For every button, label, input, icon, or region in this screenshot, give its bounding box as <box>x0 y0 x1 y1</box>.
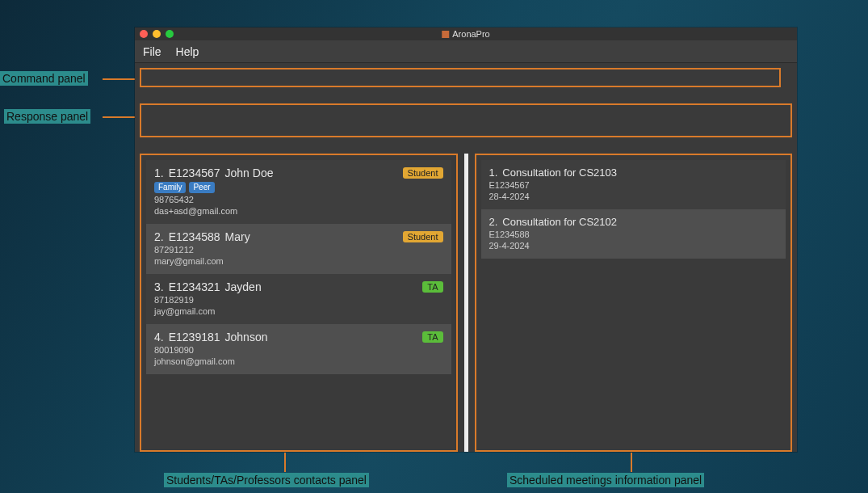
app-window: AronaPro File Help 1.E1234567John DoeStu… <box>135 27 797 452</box>
meeting-id: E1234567 <box>489 180 778 190</box>
menu-help[interactable]: Help <box>176 45 199 58</box>
annotation-line <box>103 78 138 80</box>
contact-tags: FamilyPeer <box>154 182 443 193</box>
contact-id: E1234321 <box>169 280 220 293</box>
contact-phone: 87182919 <box>154 295 443 305</box>
meetings-list: 1.Consultation for CS2103E123456728-4-20… <box>476 155 791 263</box>
annotation-meetings-panel: Scheduled meetings information panel <box>507 473 704 487</box>
menu-file[interactable]: File <box>143 45 161 58</box>
contact-name: John Doe <box>225 166 274 179</box>
app-icon <box>442 31 449 38</box>
contact-email: jay@gmail.com <box>154 306 443 316</box>
annotation-command-panel: Command panel <box>0 71 88 86</box>
tag: Family <box>154 182 186 193</box>
menubar: File Help <box>135 40 797 63</box>
meeting-index: 1. <box>489 166 498 179</box>
contact-row[interactable]: 2.E1234588MaryStudent87291212mary@gmail.… <box>146 224 451 274</box>
contact-row[interactable]: 1.E1234567John DoeStudentFamilyPeer98765… <box>146 160 451 224</box>
window-title-text: AronaPro <box>452 29 489 39</box>
meeting-row[interactable]: 1.Consultation for CS2103E123456728-4-20… <box>481 160 786 209</box>
role-badge: Student <box>403 167 443 179</box>
main-split: 1.E1234567John DoeStudentFamilyPeer98765… <box>140 154 792 452</box>
contact-head: 3.E1234321JaydenTA <box>154 280 443 293</box>
annotation-line <box>284 453 286 472</box>
titlebar: AronaPro <box>135 27 797 40</box>
contact-index: 2. <box>154 230 164 243</box>
contact-phone: 87291212 <box>154 245 443 255</box>
contact-email: johnson@gmail.com <box>154 356 443 366</box>
annotation-line <box>631 453 632 472</box>
window-controls <box>140 30 174 38</box>
contact-name: Mary <box>225 230 250 243</box>
contact-phone: 80019090 <box>154 345 443 355</box>
meeting-index: 2. <box>489 216 498 228</box>
contact-index: 3. <box>154 280 164 293</box>
role-badge: Student <box>403 231 443 242</box>
contact-id: E1239181 <box>169 331 220 343</box>
meeting-head: 1.Consultation for CS2103 <box>489 166 778 179</box>
contacts-panel: 1.E1234567John DoeStudentFamilyPeer98765… <box>140 154 458 452</box>
window-title: AronaPro <box>442 29 489 39</box>
contacts-list: 1.E1234567John DoeStudentFamilyPeer98765… <box>141 155 456 379</box>
top-panels <box>135 63 797 137</box>
close-icon[interactable] <box>140 30 148 38</box>
role-badge: TA <box>422 331 442 343</box>
contact-phone: 98765432 <box>154 195 443 204</box>
tag: Peer <box>189 182 214 193</box>
split-divider[interactable] <box>464 154 468 452</box>
annotation-line <box>103 116 138 118</box>
contact-index: 4. <box>154 331 164 343</box>
meeting-date: 29-4-2024 <box>489 241 778 251</box>
meeting-title: Consultation for CS2102 <box>502 216 617 228</box>
command-input[interactable] <box>140 68 781 87</box>
meeting-title: Consultation for CS2103 <box>502 166 617 179</box>
response-output <box>140 103 792 137</box>
contact-row[interactable]: 4.E1239181JohnsonTA80019090johnson@gmail… <box>146 324 451 374</box>
annotation-response-panel: Response panel <box>4 109 90 124</box>
contact-id: E1234588 <box>169 230 220 243</box>
contact-head: 4.E1239181JohnsonTA <box>154 331 443 343</box>
meeting-date: 28-4-2024 <box>489 192 778 201</box>
meeting-head: 2.Consultation for CS2102 <box>489 216 778 228</box>
contact-index: 1. <box>154 166 164 179</box>
contact-head: 2.E1234588MaryStudent <box>154 230 443 243</box>
contact-id: E1234567 <box>169 166 220 179</box>
meeting-row[interactable]: 2.Consultation for CS2102E123458829-4-20… <box>481 209 786 259</box>
contact-name: Jayden <box>225 280 262 293</box>
contact-row[interactable]: 3.E1234321JaydenTA87182919jay@gmail.com <box>146 274 451 324</box>
contact-name: Johnson <box>225 331 268 343</box>
role-badge: TA <box>422 281 442 293</box>
contact-email: das+asd@gmail.com <box>154 206 443 216</box>
maximize-icon[interactable] <box>166 30 174 38</box>
annotation-contacts-panel: Students/TAs/Professors contacts panel <box>164 473 369 487</box>
meeting-id: E1234588 <box>489 230 778 239</box>
minimize-icon[interactable] <box>153 30 161 38</box>
contact-email: mary@gmail.com <box>154 256 443 266</box>
contact-head: 1.E1234567John DoeStudent <box>154 166 443 179</box>
meetings-panel: 1.Consultation for CS2103E123456728-4-20… <box>475 154 793 452</box>
